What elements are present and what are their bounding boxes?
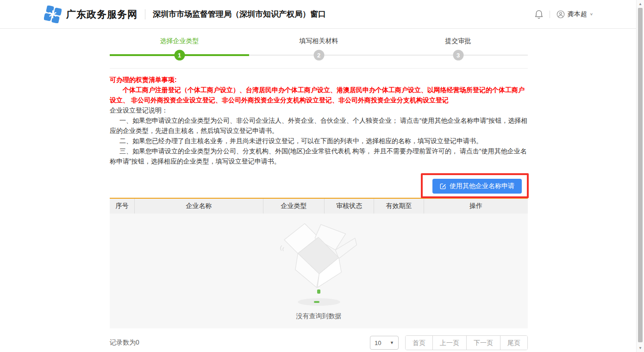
notification-bell-icon[interactable] <box>535 10 543 19</box>
notice-heading: 可办理的权责清单事项: <box>110 75 528 85</box>
step-label-3: 提交审批 <box>388 37 528 45</box>
name-list-table: 序号 企业名称 企业类型 审核状态 有效期至 操作 <box>110 198 528 328</box>
empty-box-icon <box>278 220 359 289</box>
window-title: 深圳市市场监督管理局（深圳市知识产权局）窗口 <box>153 9 326 19</box>
prev-page-button[interactable]: 上一页 <box>432 336 466 350</box>
use-other-company-name-button[interactable]: 使用其他企业名称申请 <box>432 179 522 194</box>
green-dot <box>317 289 320 294</box>
page-size-select[interactable]: 10 ▼ <box>370 336 399 350</box>
empty-text: 没有查询到数据 <box>296 312 342 321</box>
step-indicator: 选择企业类型 填写相关材料 提交审批 1 2 3 <box>110 29 528 69</box>
step-label-1: 选择企业类型 <box>110 37 249 45</box>
desc-title: 企业设立登记说明： <box>110 105 528 115</box>
last-page-button[interactable]: 尾页 <box>500 336 527 350</box>
section-divider <box>110 68 528 69</box>
pagination: 10 ▼ 首页 上一页 下一页 尾页 <box>370 335 528 350</box>
shadow-ellipse <box>298 298 340 306</box>
user-avatar-icon <box>556 10 565 19</box>
user-menu[interactable]: 龚本超 ∨ <box>556 10 593 19</box>
header-mini-divider <box>550 11 550 18</box>
page-size-value: 10 <box>375 339 381 346</box>
chevron-down-icon: ∨ <box>590 12 593 16</box>
site-title: 广东政务服务网 <box>66 8 138 21</box>
top-navbar: 广东政务服务网 深圳市市场监督管理局（深圳市知识产权局）窗口 龚本超 ∨ <box>0 0 644 29</box>
first-page-button[interactable]: 首页 <box>406 336 432 350</box>
next-page-button[interactable]: 下一页 <box>466 336 500 350</box>
step-circle-1: 1 <box>174 50 185 61</box>
step-2: 2 <box>249 50 388 61</box>
notice-section: 可办理的权责清单事项: 个体工商户注册登记（个体工商户设立）、台湾居民申办个体工… <box>110 75 528 166</box>
scroll-down-arrow-icon[interactable]: ▼ <box>637 346 644 350</box>
pager-button-group: 首页 上一页 下一页 尾页 <box>405 335 528 350</box>
vertical-scrollbar[interactable]: ▲ ▼ <box>636 0 644 352</box>
edit-pencil-icon <box>440 183 446 189</box>
notice-red-paragraph: 个体工商户注册登记（个体工商户设立）、台湾居民申办个体工商户设立、港澳居民申办个… <box>110 85 528 105</box>
user-name: 龚本超 <box>568 10 587 19</box>
table-empty-state: 没有查询到数据 <box>110 214 528 328</box>
desc-item-3: 三、如果您申请设立的企业类型为分公司、分支机构、外国(地区)企业常驻代表机 构等… <box>110 146 528 166</box>
table-footer: 记录数为0 10 ▼ 首页 上一页 下一页 尾页 <box>110 335 528 350</box>
col-serial-no: 序号 <box>110 199 134 214</box>
step-label-2: 填写相关材料 <box>249 37 388 45</box>
col-valid-until: 有效期至 <box>374 199 424 214</box>
scrollbar-thumb[interactable] <box>638 8 643 342</box>
desc-item-1: 一、如果您申请设立的企业类型为公司、非公司企业法人、外资企业、合伙企业、个人独资… <box>110 115 528 136</box>
step-circle-3: 3 <box>453 50 463 61</box>
main-content: 选择企业类型 填写相关材料 提交审批 1 2 3 <box>110 29 528 350</box>
step-1: 1 <box>110 50 249 61</box>
scroll-up-arrow-icon[interactable]: ▲ <box>637 2 644 6</box>
page: 广东政务服务网 深圳市市场监督管理局（深圳市知识产权局）窗口 龚本超 ∨ <box>0 0 644 352</box>
step-circle-2: 2 <box>313 50 324 61</box>
header-divider <box>145 9 145 19</box>
desc-item-2: 二、如果您已经办理了自主核名业务，并且尚未进行设立登记，可以在下面的列表中，选择… <box>110 136 528 146</box>
action-row: 使用其他企业名称申请 <box>110 179 528 194</box>
col-company-name: 企业名称 <box>134 199 263 214</box>
record-count: 记录数为0 <box>110 339 139 347</box>
col-operation: 操作 <box>424 199 528 214</box>
step-3: 3 <box>388 50 528 61</box>
col-audit-status: 审核状态 <box>324 199 374 214</box>
caret-down-icon: ▼ <box>390 340 394 345</box>
gov-service-logo-icon <box>44 6 62 23</box>
green-dash <box>314 301 319 303</box>
header-right-group: 龚本超 ∨ <box>535 10 593 19</box>
col-company-type: 企业类型 <box>263 199 324 214</box>
table-header-row: 序号 企业名称 企业类型 审核状态 有效期至 操作 <box>110 199 528 214</box>
apply-button-label: 使用其他企业名称申请 <box>450 182 514 190</box>
